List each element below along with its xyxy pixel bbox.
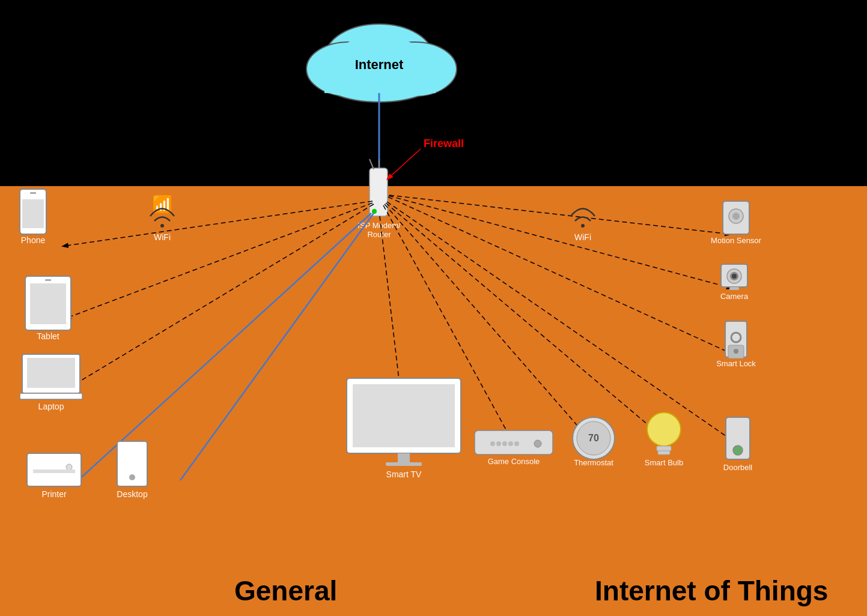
top-area (0, 0, 867, 186)
bottom-area (0, 186, 867, 616)
main-canvas: Internet ISP Modem/ Router Firewall (0, 0, 867, 616)
